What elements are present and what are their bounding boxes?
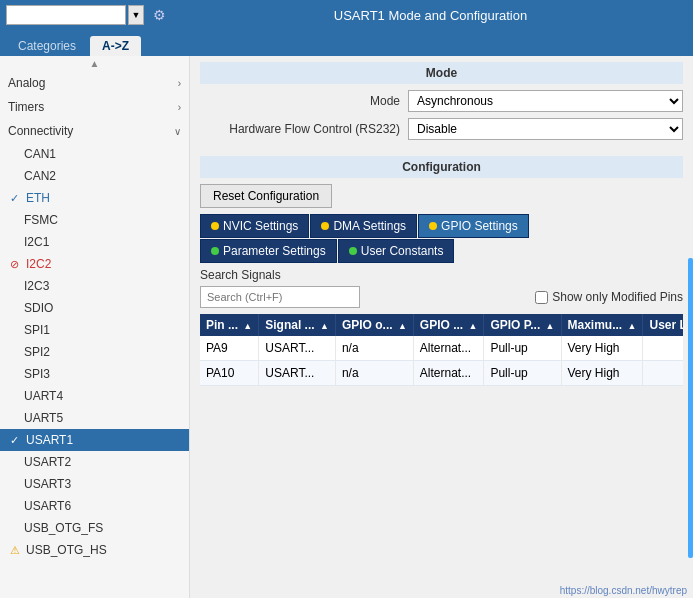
tab-user-label: User Constants: [361, 244, 444, 258]
flow-control-row: Hardware Flow Control (RS232) Disable: [200, 118, 683, 140]
col-header-pin[interactable]: Pin ... ▲: [200, 314, 259, 336]
gear-icon[interactable]: ⚙: [148, 4, 170, 26]
tab-parameter-label: Parameter Settings: [223, 244, 326, 258]
sidebar-item-sdio[interactable]: SDIO: [0, 297, 189, 319]
flow-control-label: Hardware Flow Control (RS232): [200, 122, 400, 136]
modified-pins-text: Show only Modified Pins: [552, 290, 683, 304]
search-box: ▼: [6, 5, 144, 25]
sort-arrow-icon: ▲: [320, 321, 329, 331]
mode-select[interactable]: Asynchronous: [408, 90, 683, 112]
cell-maximum: Very High: [561, 361, 643, 386]
tab-dma-label: DMA Settings: [333, 219, 406, 233]
table-container: Pin ... ▲ Signal ... ▲ GPIO o... ▲: [200, 314, 683, 594]
sidebar-group-analog[interactable]: Analog ›: [0, 71, 189, 95]
col-header-gpio[interactable]: GPIO ... ▲: [413, 314, 484, 336]
window-title: USART1 Mode and Configuration: [174, 8, 687, 23]
chevron-right-icon: ›: [178, 102, 181, 113]
cell-gpio-o: n/a: [335, 336, 413, 361]
sidebar-item-i2c2[interactable]: I2C2: [0, 253, 189, 275]
tab-gpio-label: GPIO Settings: [441, 219, 518, 233]
tab-nvic-label: NVIC Settings: [223, 219, 298, 233]
mode-row: Mode Asynchronous: [200, 90, 683, 112]
config-header: Configuration: [200, 156, 683, 178]
reset-configuration-button[interactable]: Reset Configuration: [200, 184, 332, 208]
modified-pins-label: Show only Modified Pins: [535, 290, 683, 304]
col-gpio-o-label: GPIO o...: [342, 318, 393, 332]
cell-signal: USART...: [259, 361, 336, 386]
sidebar-item-usb-otg-fs[interactable]: USB_OTG_FS: [0, 517, 189, 539]
sidebar-group-analog-label: Analog: [8, 76, 45, 90]
sort-arrow-icon: ▲: [398, 321, 407, 331]
col-header-gpio-p[interactable]: GPIO P... ▲: [484, 314, 561, 336]
col-header-gpio-o[interactable]: GPIO o... ▲: [335, 314, 413, 336]
dot-icon: [321, 222, 329, 230]
cell-gpio-p: Pull-up: [484, 361, 561, 386]
col-gpio-label: GPIO ...: [420, 318, 463, 332]
cell-pin: PA9: [200, 336, 259, 361]
sidebar: ▲ Analog › Timers › Connectivity ∨ CAN1 …: [0, 56, 190, 598]
sort-arrow-icon: ▲: [469, 321, 478, 331]
sidebar-item-can2[interactable]: CAN2: [0, 165, 189, 187]
sidebar-item-usart2[interactable]: USART2: [0, 451, 189, 473]
tab-dma-settings[interactable]: DMA Settings: [310, 214, 417, 238]
top-bar: ▼ ⚙ USART1 Mode and Configuration: [0, 0, 693, 30]
sidebar-item-spi3[interactable]: SPI3: [0, 363, 189, 385]
config-tabs: NVIC Settings DMA Settings GPIO Settings…: [200, 214, 683, 264]
table-row: PA10 USART... n/a Alternat... Pull-up Ve…: [200, 361, 683, 386]
tab-user-constants[interactable]: User Constants: [338, 239, 455, 263]
cell-gpio-p: Pull-up: [484, 336, 561, 361]
tab-atoz[interactable]: A->Z: [90, 36, 141, 56]
sidebar-item-uart5[interactable]: UART5: [0, 407, 189, 429]
config-section: Configuration Reset Configuration NVIC S…: [190, 152, 693, 598]
sort-arrow-icon: ▲: [243, 321, 252, 331]
col-header-signal[interactable]: Signal ... ▲: [259, 314, 336, 336]
cell-signal: USART...: [259, 336, 336, 361]
col-header-maximum[interactable]: Maximu... ▲: [561, 314, 643, 336]
signals-search-input[interactable]: [200, 286, 360, 308]
tab-gpio-settings[interactable]: GPIO Settings: [418, 214, 529, 238]
sidebar-item-usart6[interactable]: USART6: [0, 495, 189, 517]
sidebar-item-usart3[interactable]: USART3: [0, 473, 189, 495]
search-row: Show only Modified Pins: [200, 286, 683, 308]
sort-arrow-icon: ▲: [546, 321, 555, 331]
col-header-user-label[interactable]: User La... ▲: [643, 314, 683, 336]
sidebar-item-fsmc[interactable]: FSMC: [0, 209, 189, 231]
sidebar-item-i2c1[interactable]: I2C1: [0, 231, 189, 253]
cell-maximum: Very High: [561, 336, 643, 361]
sidebar-item-spi1[interactable]: SPI1: [0, 319, 189, 341]
col-maximum-label: Maximu...: [568, 318, 623, 332]
dot-green-icon: [349, 247, 357, 255]
col-signal-label: Signal ...: [265, 318, 314, 332]
col-pin-label: Pin ...: [206, 318, 238, 332]
search-signals-title: Search Signals: [200, 268, 683, 282]
sidebar-item-eth[interactable]: ETH: [0, 187, 189, 209]
tab-parameter-settings[interactable]: Parameter Settings: [200, 239, 337, 263]
cell-gpio-o: n/a: [335, 361, 413, 386]
dot-icon: [429, 222, 437, 230]
cell-gpio: Alternat...: [413, 361, 484, 386]
mode-header: Mode: [200, 62, 683, 84]
sidebar-item-usb-otg-hs[interactable]: USB_OTG_HS: [0, 539, 189, 561]
main-layout: ▲ Analog › Timers › Connectivity ∨ CAN1 …: [0, 56, 693, 598]
sidebar-item-usart1[interactable]: USART1: [0, 429, 189, 451]
search-signals-area: Search Signals Show only Modified Pins: [200, 268, 683, 308]
search-input[interactable]: [6, 5, 126, 25]
sidebar-group-connectivity[interactable]: Connectivity ∨: [0, 119, 189, 143]
content-area: Mode Mode Asynchronous Hardware Flow Con…: [190, 56, 693, 598]
sidebar-item-can1[interactable]: CAN1: [0, 143, 189, 165]
sidebar-item-i2c3[interactable]: I2C3: [0, 275, 189, 297]
modified-pins-checkbox[interactable]: [535, 291, 548, 304]
mode-section: Mode Mode Asynchronous Hardware Flow Con…: [190, 56, 693, 152]
tab-categories[interactable]: Categories: [6, 36, 88, 56]
scroll-accent: [688, 258, 693, 558]
gpio-table: Pin ... ▲ Signal ... ▲ GPIO o... ▲: [200, 314, 683, 386]
flow-control-select[interactable]: Disable: [408, 118, 683, 140]
search-dropdown-button[interactable]: ▼: [128, 5, 144, 25]
sidebar-scroll-up[interactable]: ▲: [0, 56, 189, 71]
sidebar-item-uart4[interactable]: UART4: [0, 385, 189, 407]
tab-nvic-settings[interactable]: NVIC Settings: [200, 214, 309, 238]
sidebar-group-timers[interactable]: Timers ›: [0, 95, 189, 119]
mode-label: Mode: [200, 94, 400, 108]
dot-green-icon: [211, 247, 219, 255]
sidebar-item-spi2[interactable]: SPI2: [0, 341, 189, 363]
